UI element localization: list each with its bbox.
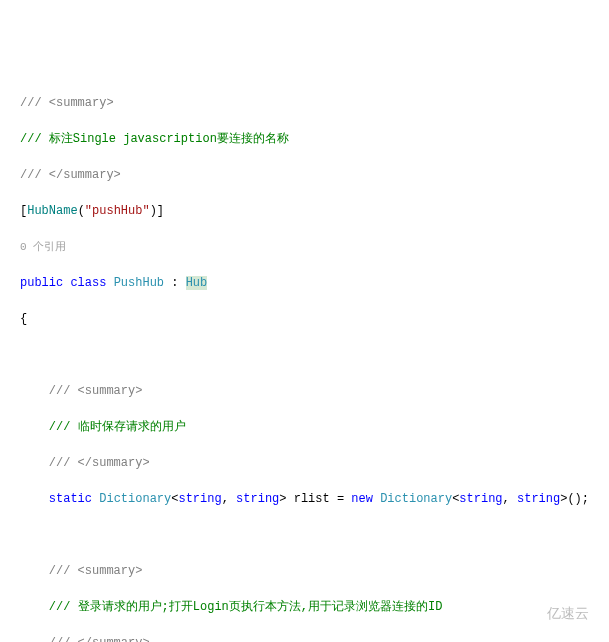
xml-doc-tag: /// </summary>	[49, 636, 150, 642]
type-dictionary: Dictionary	[99, 492, 171, 506]
xml-doc-tag: /// <summary>	[20, 96, 114, 110]
keyword-class: class	[70, 276, 106, 290]
base-class: Hub	[186, 276, 208, 290]
attribute-name: HubName	[27, 204, 77, 218]
code-editor: /// <summary> /// 标注Single javascription…	[20, 76, 609, 642]
keyword-static: static	[49, 492, 92, 506]
xml-doc-tag: /// </summary>	[20, 168, 121, 182]
doc-comment: /// 临时保存请求的用户	[49, 420, 186, 434]
doc-comment: /// 标注Single javascription要连接的名称	[20, 132, 289, 146]
string-literal: "pushHub"	[85, 204, 150, 218]
keyword-public: public	[20, 276, 63, 290]
xml-doc-tag: /// <summary>	[49, 564, 143, 578]
reference-count[interactable]: 0 个引用	[20, 241, 66, 253]
doc-comment: /// 登录请求的用户;打开Login页执行本方法,用于记录浏览器连接的ID	[49, 600, 443, 614]
field-rlist: rlist	[294, 492, 330, 506]
class-name: PushHub	[114, 276, 164, 290]
xml-doc-tag: /// <summary>	[49, 384, 143, 398]
xml-doc-tag: /// </summary>	[49, 456, 150, 470]
